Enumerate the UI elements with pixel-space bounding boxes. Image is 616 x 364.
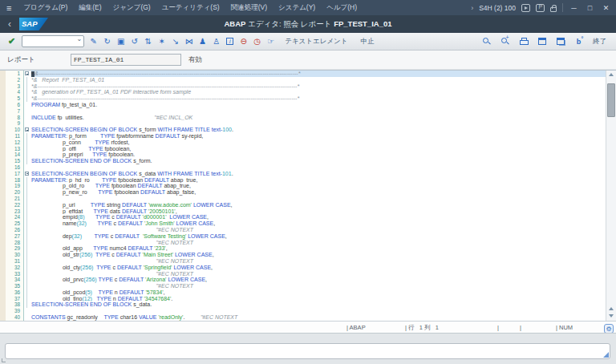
abort-button[interactable]: 中止 (361, 37, 375, 47)
code-text[interactable] (31, 120, 616, 127)
unlock-icon[interactable] (550, 7, 557, 12)
status-message-box[interactable] (5, 343, 610, 359)
code-text[interactable]: dep(32) TYPE c DEFAULT 'Software Testing… (31, 233, 616, 240)
deactivate-icon[interactable]: ⊖ (237, 34, 249, 48)
code-text[interactable]: name(32) TYPE c DEFAULT 'John Smith' LOW… (31, 220, 616, 227)
code-text[interactable]: p_old_ro TYPE fpboolean DEFAULT abap_tru… (31, 183, 616, 189)
enter-button[interactable]: ✔ (8, 36, 15, 47)
collapse-icon[interactable] (25, 71, 29, 75)
scroll-up2-icon[interactable] (609, 307, 614, 310)
refresh-icon[interactable]: ↻ (101, 34, 113, 48)
code-text[interactable]: p_prepri TYPE fpboolean. (31, 152, 616, 158)
code-text[interactable]: "#EC NOTEXT (31, 271, 616, 277)
code-text[interactable] (31, 164, 616, 171)
code-text[interactable]: old_pcod(5) TYPE n DEFAULT '57834', (31, 289, 616, 296)
find-next-icon[interactable]: + (499, 34, 511, 48)
code-text[interactable]: p_url TYPE string DEFAULT 'www.adobe.com… (31, 202, 616, 208)
scroll-up-icon[interactable] (609, 73, 614, 76)
breakpoint-icon[interactable]: ◷ (251, 34, 263, 48)
activate-icon[interactable]: ✶ (156, 34, 168, 48)
code-text[interactable]: PARAMETER: p_hd_ro TYPE fpboolean DEFAUL… (31, 177, 616, 184)
scrollbar-thumb[interactable] (607, 83, 615, 117)
menu-item-4[interactable]: 関連処理(V) (231, 3, 267, 13)
hamburger-icon[interactable]: ≡ (6, 3, 11, 13)
close-button[interactable]: ✕ (601, 4, 611, 12)
menu-item-1[interactable]: 編集(E) (79, 3, 101, 13)
collapse-icon[interactable] (25, 172, 29, 176)
code-text[interactable]: SELECTION-SCREEN END OF BLOCK s_data. (31, 301, 616, 308)
resize-grip-icon[interactable] (603, 352, 609, 358)
quick-view-icon[interactable] (521, 4, 530, 12)
editor-status-bar: ⚙ | ABAP| 行 1 列 1||| NUM (0, 321, 616, 333)
menu-item-6[interactable]: ヘルプ(H) (326, 3, 357, 13)
execute-icon[interactable]: ↘ (169, 34, 181, 48)
code-text[interactable] (31, 308, 616, 314)
code-text[interactable]: *&--------------------------------------… (31, 95, 616, 102)
performance-icon[interactable] (536, 4, 545, 12)
code-text[interactable]: *& generation of FP_TEST_IA_01 PDF inter… (31, 89, 616, 95)
code-text[interactable]: INCLUDE fp_utilities. "#EC INCL_OK (31, 115, 616, 121)
code-text[interactable]: *& Report FP_TEST_IA_01 (31, 77, 616, 83)
report-name-field[interactable] (71, 54, 181, 66)
code-text[interactable]: "#EC NOTEXT (31, 258, 616, 265)
collapse-icon[interactable] (25, 127, 29, 131)
line-number: 3 (0, 83, 24, 90)
test-user-icon[interactable]: ♙ (210, 34, 222, 48)
menu-item-2[interactable]: ジャンプ(G) (113, 3, 151, 13)
new-window-icon[interactable] (536, 34, 548, 48)
minimize-button[interactable]: ─ (569, 4, 579, 12)
menu-item-0[interactable]: プログラム(P) (23, 3, 67, 13)
info-icon[interactable]: i (224, 34, 236, 48)
code-text[interactable]: p_new_ro TYPE fpboolean DEFAULT abap_fal… (31, 189, 616, 196)
code-text[interactable] (31, 196, 616, 202)
code-text[interactable]: SELECTION-SCREEN END OF BLOCK s_form. (31, 158, 616, 164)
code-text[interactable]: p_effdat TYPE dats DEFAULT '20050101', (31, 208, 616, 215)
code-text[interactable]: old_str(256) TYPE c DEFAULT 'Main Street… (31, 252, 616, 258)
code-text[interactable]: PROGRAM fp_test_ia_01. (31, 102, 616, 108)
pointer-icon[interactable]: ☞ (265, 34, 277, 48)
code-text[interactable]: old_app TYPE numc4 DEFAULT '233', (31, 245, 616, 252)
code-text[interactable]: SELECTION-SCREEN BEGIN OF BLOCK s_form W… (31, 127, 616, 133)
code-text[interactable]: old_prvc(256) TYPE c DEFAULT 'Arizona' L… (31, 277, 616, 283)
copy-object-icon[interactable]: ▣ (115, 34, 127, 48)
code-text[interactable]: p_offl TYPE fpboolean, (31, 146, 616, 152)
menu-item-3[interactable]: ユーティリティ(S) (162, 3, 220, 13)
code-text[interactable]: p_conn TYPE rfcdest, (31, 140, 616, 146)
code-text[interactable]: *&--------------------------------------… (31, 71, 616, 77)
code-area[interactable]: 1*&-------------------------------------… (0, 71, 616, 322)
exit-button[interactable]: 終了 (593, 37, 606, 47)
code-text[interactable] (31, 108, 616, 115)
scroll-down-icon[interactable] (609, 314, 614, 317)
compare-icon[interactable]: ⇅ (142, 34, 154, 48)
code-text[interactable]: empid(8) TYPE c DEFAULT 'd000001' LOWER … (31, 214, 616, 220)
text-elements-button[interactable]: テキストエレメント (285, 37, 347, 47)
vertical-scrollbar[interactable] (606, 71, 616, 322)
code-text[interactable]: old_tlno(12) TYPE n DEFAULT '34547684'. (31, 296, 616, 302)
fold-column (24, 220, 31, 227)
undo-icon[interactable]: ↺ (128, 34, 140, 48)
code-text[interactable]: "#EC NOTEXT (31, 283, 616, 289)
shortcut-icon[interactable]: b (573, 34, 585, 48)
code-line: 34 old_prvc(256) TYPE c DEFAULT 'Arizona… (0, 277, 616, 283)
fold-column (24, 177, 31, 184)
code-text[interactable]: old_cty(256) TYPE c DEFAULT 'Springfield… (31, 265, 616, 271)
windows-icon[interactable] (554, 34, 566, 48)
code-text[interactable]: "#EC NOTEXT (31, 227, 616, 233)
menu-item-5[interactable]: システム(Y) (278, 3, 315, 13)
fold-column (24, 158, 31, 164)
code-line: 3*&-------------------------------------… (0, 83, 616, 90)
code-text[interactable]: "#EC NOTEXT (31, 240, 616, 246)
user-icon[interactable]: ♟ (197, 34, 209, 48)
code-text[interactable]: SELECTION-SCREEN BEGIN OF BLOCK s_data W… (31, 171, 616, 177)
where-used-icon[interactable]: ⋈ (183, 34, 195, 48)
chevron-right-icon[interactable]: › (471, 4, 473, 12)
display-change-icon[interactable]: ✎ (87, 34, 99, 48)
code-text[interactable]: CONSTANTS gc_readonly TYPE char16 VALUE … (31, 314, 616, 321)
command-field[interactable] (22, 35, 84, 47)
code-text[interactable]: *&--------------------------------------… (31, 83, 616, 90)
find-icon[interactable] (480, 34, 492, 48)
abap-code-editor[interactable]: 1*&-------------------------------------… (0, 70, 616, 333)
maximize-button[interactable]: □ (585, 4, 595, 12)
print-icon[interactable] (517, 34, 529, 48)
code-text[interactable]: PARAMETER: p_form TYPE fpwbformname DEFA… (31, 133, 616, 140)
